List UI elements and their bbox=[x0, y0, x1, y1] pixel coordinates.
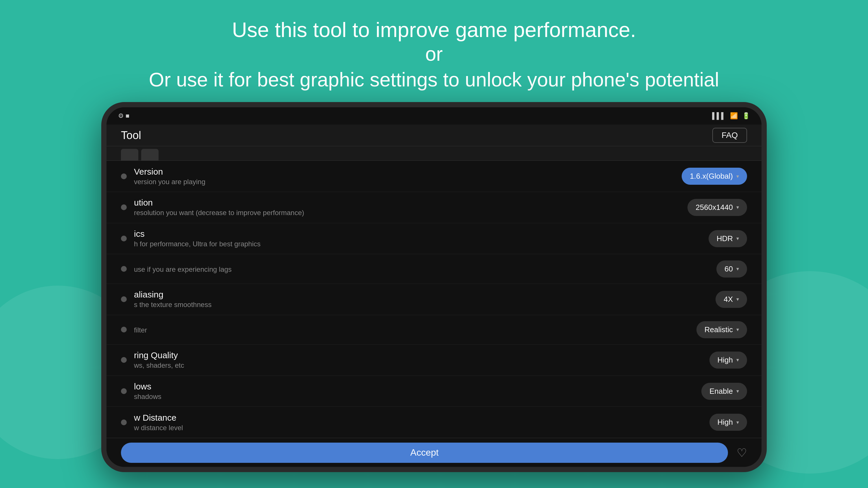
row-desc-filter: filter bbox=[134, 326, 147, 334]
rendering-value: High bbox=[717, 356, 733, 364]
row-indicator-graphics bbox=[121, 236, 127, 241]
rendering-dropdown[interactable]: High ▾ bbox=[709, 352, 747, 368]
settings-content: Version version you are playing 1.6.x(Gl… bbox=[106, 161, 762, 438]
row-left-shadow-distance: w Distance w distance level bbox=[121, 413, 183, 432]
row-left-filter: filter bbox=[121, 325, 147, 334]
row-indicator-shadows bbox=[121, 388, 127, 394]
row-text-antialiasing: aliasing s the texture smoothness bbox=[134, 290, 212, 309]
app-header: Tool FAQ bbox=[106, 125, 762, 146]
row-left-fps: use if you are experiencing lags bbox=[121, 264, 232, 273]
graphics-value: HDR bbox=[717, 234, 733, 243]
heart-icon[interactable]: ♡ bbox=[737, 446, 747, 459]
device-mockup: ⚙ ■ ▌▌▌ 📶 🔋 Tool FAQ bbox=[101, 102, 767, 472]
page-header: Use this tool to improve game performanc… bbox=[149, 18, 719, 93]
resolution-chevron: ▾ bbox=[736, 204, 739, 210]
tab-bar bbox=[106, 146, 762, 161]
row-desc-graphics: h for performance, Ultra for best graphi… bbox=[134, 240, 261, 248]
tab-1[interactable] bbox=[121, 149, 138, 160]
shadows-chevron: ▾ bbox=[736, 388, 739, 394]
settings-row-filter: filter Realistic ▾ bbox=[106, 315, 762, 345]
row-label-shadow-distance: w Distance bbox=[134, 413, 183, 423]
rendering-chevron: ▾ bbox=[736, 357, 739, 363]
row-label-graphics: ics bbox=[134, 229, 261, 239]
row-label-rendering: ring Quality bbox=[134, 350, 184, 360]
status-bar-right: ▌▌▌ 📶 🔋 bbox=[712, 112, 750, 120]
fps-chevron: ▾ bbox=[736, 266, 739, 272]
graphics-chevron: ▾ bbox=[736, 235, 739, 242]
antialiasing-dropdown[interactable]: 4X ▾ bbox=[715, 291, 747, 308]
header-line3: Or use it for best graphic settings to u… bbox=[149, 66, 719, 93]
shadow-distance-value: High bbox=[717, 418, 733, 427]
status-bar-left: ⚙ ■ bbox=[118, 112, 129, 120]
system-icons: ⚙ ■ bbox=[118, 112, 129, 120]
settings-row-graphics: ics h for performance, Ultra for best gr… bbox=[106, 223, 762, 254]
battery-icon: 🔋 bbox=[742, 112, 750, 120]
shadows-value: Enable bbox=[709, 387, 733, 396]
status-bar: ⚙ ■ ▌▌▌ 📶 🔋 bbox=[106, 107, 762, 125]
fps-dropdown[interactable]: 60 ▾ bbox=[716, 260, 747, 278]
row-indicator-filter bbox=[121, 327, 127, 332]
row-desc-resolution: resolution you want (decrease to improve… bbox=[134, 209, 304, 217]
row-label-antialiasing: aliasing bbox=[134, 290, 212, 299]
settings-row-resolution: ution resolution you want (decrease to i… bbox=[106, 192, 762, 223]
row-desc-shadows: shadows bbox=[134, 393, 161, 401]
version-dropdown[interactable]: 1.6.x(Global) ▾ bbox=[682, 168, 747, 185]
shadows-dropdown[interactable]: Enable ▾ bbox=[701, 383, 747, 400]
row-indicator-version bbox=[121, 173, 127, 179]
row-left-shadows: lows shadows bbox=[121, 382, 161, 401]
row-text-fps: use if you are experiencing lags bbox=[134, 264, 232, 273]
row-indicator-fps bbox=[121, 266, 127, 272]
settings-row-rendering: ring Quality ws, shaders, etc High ▾ bbox=[106, 345, 762, 376]
accept-button[interactable]: Accept bbox=[121, 443, 728, 463]
row-indicator-shadow-distance bbox=[121, 420, 127, 425]
resolution-dropdown[interactable]: 2560x1440 ▾ bbox=[687, 199, 747, 216]
row-desc-version: version you are playing bbox=[134, 178, 206, 186]
row-left-graphics: ics h for performance, Ultra for best gr… bbox=[121, 229, 261, 248]
row-label-resolution: ution bbox=[134, 198, 304, 207]
row-text-filter: filter bbox=[134, 325, 147, 334]
row-text-version: Version version you are playing bbox=[134, 167, 206, 186]
row-text-shadows: lows shadows bbox=[134, 382, 161, 401]
graphics-dropdown[interactable]: HDR ▾ bbox=[709, 230, 747, 247]
row-left-antialiasing: aliasing s the texture smoothness bbox=[121, 290, 212, 309]
shadow-distance-chevron: ▾ bbox=[736, 419, 739, 426]
header-line1: Use this tool to improve game performanc… bbox=[149, 18, 719, 42]
settings-row-antialiasing: aliasing s the texture smoothness 4X ▾ bbox=[106, 284, 762, 315]
row-indicator-rendering bbox=[121, 357, 127, 363]
tab-2[interactable] bbox=[141, 149, 159, 160]
filter-dropdown[interactable]: Realistic ▾ bbox=[696, 321, 747, 338]
version-chevron: ▾ bbox=[736, 173, 739, 180]
fps-value: 60 bbox=[724, 264, 733, 273]
row-left-resolution: ution resolution you want (decrease to i… bbox=[121, 198, 304, 217]
row-label-version: Version bbox=[134, 167, 206, 176]
row-desc-antialiasing: s the texture smoothness bbox=[134, 301, 212, 309]
settings-row-shadow-distance: w Distance w distance level High ▾ bbox=[106, 407, 762, 438]
shadow-distance-dropdown[interactable]: High ▾ bbox=[709, 414, 747, 431]
resolution-value: 2560x1440 bbox=[695, 203, 733, 212]
row-left-rendering: ring Quality ws, shaders, etc bbox=[121, 350, 184, 369]
row-left-version: Version version you are playing bbox=[121, 167, 206, 186]
row-indicator-antialiasing bbox=[121, 296, 127, 302]
settings-row-shadows: lows shadows Enable ▾ bbox=[106, 376, 762, 407]
antialiasing-value: 4X bbox=[724, 295, 733, 304]
filter-chevron: ▾ bbox=[736, 326, 739, 333]
row-text-resolution: ution resolution you want (decrease to i… bbox=[134, 198, 304, 217]
header-line2: or bbox=[149, 42, 719, 66]
filter-value: Realistic bbox=[705, 325, 733, 334]
app-footer: Accept ♡ bbox=[106, 438, 762, 467]
wifi-icon: 📶 bbox=[730, 112, 738, 120]
row-desc-rendering: ws, shaders, etc bbox=[134, 361, 184, 369]
version-value: 1.6.x(Global) bbox=[690, 172, 733, 181]
row-indicator-resolution bbox=[121, 204, 127, 210]
row-desc-fps: use if you are experiencing lags bbox=[134, 265, 232, 273]
settings-row-fps: use if you are experiencing lags 60 ▾ bbox=[106, 254, 762, 284]
app-title: Tool bbox=[121, 129, 141, 142]
faq-button[interactable]: FAQ bbox=[712, 128, 747, 143]
row-text-rendering: ring Quality ws, shaders, etc bbox=[134, 350, 184, 369]
row-desc-shadow-distance: w distance level bbox=[134, 424, 183, 432]
settings-row-version: Version version you are playing 1.6.x(Gl… bbox=[106, 161, 762, 192]
row-text-shadow-distance: w Distance w distance level bbox=[134, 413, 183, 432]
row-label-shadows: lows bbox=[134, 382, 161, 391]
device-frame: ⚙ ■ ▌▌▌ 📶 🔋 Tool FAQ bbox=[101, 102, 767, 472]
row-text-graphics: ics h for performance, Ultra for best gr… bbox=[134, 229, 261, 248]
